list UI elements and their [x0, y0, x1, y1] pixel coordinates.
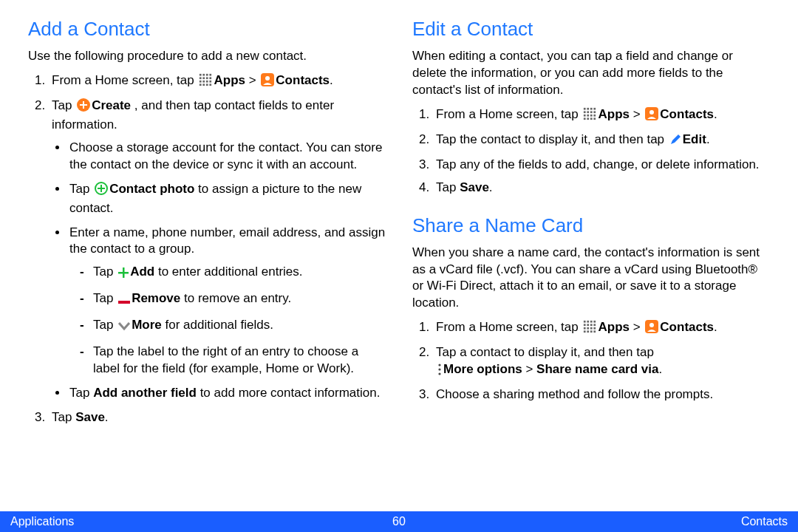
gt: >: [630, 107, 644, 121]
step-4: Tap Save.: [433, 180, 770, 197]
footer-page-number: 60: [270, 515, 529, 528]
edit-contact-steps: From a Home screen, tap Apps > Contacts.…: [412, 106, 770, 197]
remove-label: Remove: [132, 291, 180, 305]
more-options-label: More options: [443, 362, 522, 376]
plus-circle-icon: [95, 182, 108, 200]
content-columns: Add a Contact Use the following procedur…: [0, 0, 798, 511]
step-3: Tap Save.: [49, 409, 386, 426]
text: to remove an entry.: [180, 291, 291, 305]
intro-edit-contact: When editing a contact, you can tap a fi…: [412, 48, 770, 99]
apps-label: Apps: [214, 73, 245, 87]
text: Tap: [52, 410, 75, 424]
text: to enter additional entries.: [154, 265, 302, 279]
intro-add-contact: Use the following procedure to add a new…: [28, 48, 386, 65]
contacts-icon: [645, 320, 658, 338]
text: Tap: [93, 265, 117, 279]
apps-label: Apps: [598, 320, 630, 334]
step-2: Tap a contact to display it, and then ta…: [433, 344, 770, 381]
bullet-add-another: Tap Add another field to add more contac…: [68, 385, 386, 402]
share-via-label: Share name card via: [536, 362, 658, 376]
text: Tap: [69, 386, 93, 400]
save-label: Save: [460, 180, 489, 194]
footer-left: Applications: [10, 515, 270, 528]
add-label: Add: [130, 265, 154, 279]
text: Tap: [93, 291, 117, 305]
footer-right: Contacts: [528, 515, 788, 528]
contacts-icon: [261, 73, 274, 92]
add-plus-icon: [118, 266, 129, 283]
more-label: More: [132, 318, 162, 332]
text: Tap: [52, 98, 75, 112]
chevron-down-icon: [118, 319, 130, 336]
edit-label: Edit: [683, 132, 706, 146]
apps-grid-icon: [583, 107, 596, 126]
step-1: From a Home screen, tap Apps > Contacts.: [49, 72, 386, 92]
dash-add: Tap Add to enter additional entries.: [80, 264, 386, 283]
create-label: Create: [92, 98, 131, 112]
step-3: Tap any of the fields to add, change, or…: [433, 157, 770, 174]
create-plus-icon: [77, 98, 90, 117]
contact-photo-label: Contact photo: [109, 182, 194, 196]
add-another-field-label: Add another field: [93, 386, 197, 400]
more-options-dots-icon: [437, 364, 442, 381]
text: Tap the contact to display it, and then …: [436, 132, 668, 146]
step-2: Tap Create , and then tap contact fields…: [49, 98, 386, 402]
text: to add more contact information.: [197, 386, 381, 400]
apps-grid-icon: [583, 320, 596, 338]
heading-add-contact: Add a Contact: [28, 18, 386, 41]
page: Add a Contact Use the following procedur…: [0, 0, 798, 532]
bullet-enter-name: Enter a name, phone number, email addres…: [68, 225, 386, 378]
apps-grid-icon: [199, 73, 212, 92]
step-3: Choose a sharing method and follow the p…: [433, 386, 770, 403]
text: From a Home screen, tap: [436, 107, 582, 121]
contacts-label: Contacts: [276, 73, 330, 87]
text: .: [489, 180, 493, 194]
heading-edit-contact: Edit a Contact: [412, 18, 770, 41]
step-1: From a Home screen, tap Apps > Contacts.: [433, 106, 770, 126]
gt: >: [245, 73, 259, 87]
gt: >: [630, 320, 644, 334]
step-1: From a Home screen, tap Apps > Contacts.: [433, 319, 770, 338]
bullet-contact-photo: Tap Contact photo to assign a picture to…: [68, 181, 386, 217]
left-column: Add a Contact Use the following procedur…: [28, 18, 386, 508]
dash-more: Tap More for additional fields.: [80, 317, 386, 336]
apps-label: Apps: [598, 107, 630, 121]
text: Tap: [436, 180, 460, 194]
remove-minus-icon: [118, 293, 130, 310]
step-2-bullets: Choose a storage account for the contact…: [52, 140, 386, 402]
pencil-icon: [669, 134, 681, 151]
text: From a Home screen, tap: [52, 73, 197, 87]
text: From a Home screen, tap: [436, 320, 582, 334]
contacts-label: Contacts: [660, 107, 714, 121]
text: for additional fields.: [162, 318, 273, 332]
footer-bar: Applications 60 Contacts: [0, 511, 798, 532]
contacts-icon: [645, 107, 658, 126]
step-2: Tap the contact to display it, and then …: [433, 132, 770, 151]
dash-list: Tap Add to enter additional entries. Tap…: [69, 264, 386, 378]
text: .: [105, 410, 109, 424]
intro-share-name-card: When you share a name card, the contact'…: [412, 245, 770, 313]
add-contact-steps: From a Home screen, tap Apps > Contacts.…: [28, 72, 386, 426]
text: Tap a contact to display it, and then ta…: [436, 345, 654, 359]
share-name-card-steps: From a Home screen, tap Apps > Contacts.…: [412, 319, 770, 403]
contacts-label: Contacts: [660, 320, 714, 334]
gt: >: [522, 362, 536, 376]
save-label: Save: [75, 410, 105, 424]
bullet-storage: Choose a storage account for the contact…: [68, 140, 386, 174]
dash-label: Tap the label to the right of an entry t…: [80, 344, 386, 378]
right-column: Edit a Contact When editing a contact, y…: [412, 18, 770, 508]
text: Tap: [69, 182, 93, 196]
heading-share-name-card: Share a Name Card: [412, 214, 770, 237]
text: Enter a name, phone number, email addres…: [69, 225, 385, 256]
text: Tap: [93, 318, 117, 332]
dash-remove: Tap Remove to remove an entry.: [80, 290, 386, 310]
